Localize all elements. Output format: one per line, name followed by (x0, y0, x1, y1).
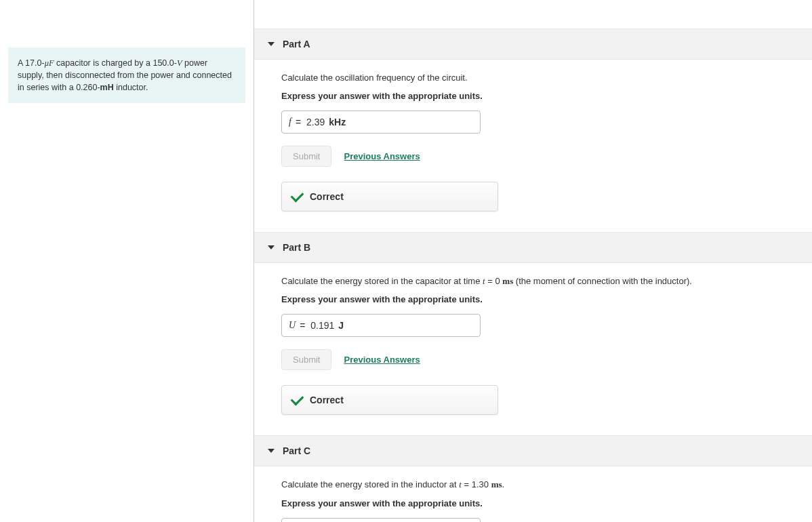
chevron-down-icon (268, 42, 275, 46)
instruction-text: Express your answer with the appropriate… (281, 294, 798, 304)
previous-answers-link[interactable]: Previous Answers (344, 355, 420, 365)
problem-statement-panel: A 17.0-μF capacitor is charged by a 150.… (0, 0, 254, 522)
feedback-text: Correct (310, 395, 344, 405)
answer-value: 0.191 (310, 320, 334, 331)
answer-variable: U (289, 320, 296, 331)
chevron-down-icon (268, 245, 275, 249)
equals-sign: = (300, 320, 305, 331)
feedback-text: Correct (310, 191, 344, 202)
previous-answers-link[interactable]: Previous Answers (344, 151, 420, 161)
part-a: Part ACalculate the oscillation frequenc… (254, 28, 812, 212)
problem-statement: A 17.0-μF capacitor is charged by a 150.… (8, 47, 245, 103)
check-icon (291, 392, 304, 405)
feedback-box: Correct (281, 182, 498, 212)
answer-unit: kHz (329, 117, 346, 127)
part-prompt: Calculate the oscillation frequency of t… (281, 72, 798, 84)
part-body: Calculate the energy stored in the capac… (254, 263, 812, 415)
submit-button[interactable]: Submit (281, 146, 331, 167)
instruction-text: Express your answer with the appropriate… (281, 91, 798, 101)
answer-box[interactable]: f=2.39kHz (281, 111, 481, 134)
part-c: Part CCalculate the energy stored in the… (254, 435, 812, 522)
equals-sign: = (296, 117, 301, 127)
chevron-down-icon (268, 449, 275, 453)
part-body: Calculate the energy stored in the induc… (254, 466, 812, 522)
submit-button[interactable]: Submit (281, 349, 331, 370)
answer-box[interactable]: U=0.191J (281, 314, 481, 337)
answer-variable: f (289, 117, 291, 127)
feedback-box: Correct (281, 385, 498, 415)
part-title: Part A (283, 39, 310, 49)
part-title: Part B (283, 242, 310, 253)
check-icon (291, 188, 304, 202)
part-prompt: Calculate the energy stored in the capac… (281, 275, 798, 287)
part-b: Part BCalculate the energy stored in the… (254, 232, 812, 415)
answer-unit: J (338, 320, 344, 331)
part-header[interactable]: Part B (254, 232, 812, 263)
part-header[interactable]: Part C (254, 435, 812, 466)
part-title: Part C (283, 445, 310, 456)
answer-box[interactable]: U=8.02×10-2J (281, 518, 481, 522)
part-prompt: Calculate the energy stored in the induc… (281, 479, 798, 491)
part-header[interactable]: Part A (254, 28, 812, 60)
instruction-text: Express your answer with the appropriate… (281, 498, 798, 508)
parts-container: Part ACalculate the oscillation frequenc… (254, 0, 812, 522)
answer-value: 2.39 (306, 117, 325, 127)
part-body: Calculate the oscillation frequency of t… (254, 60, 812, 212)
